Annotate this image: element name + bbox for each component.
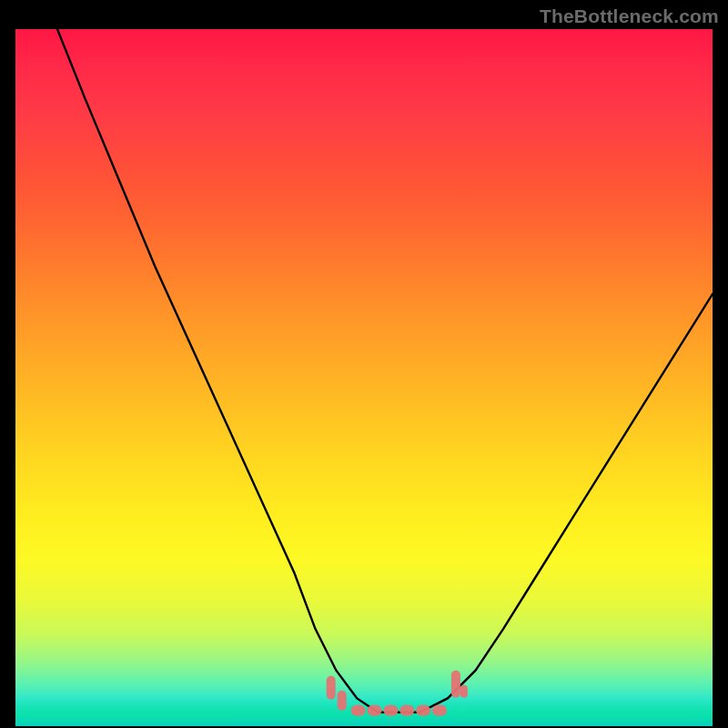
chart-frame <box>15 29 713 726</box>
bottleneck-curve <box>15 29 713 726</box>
watermark-text: TheBottleneck.com <box>540 5 719 27</box>
